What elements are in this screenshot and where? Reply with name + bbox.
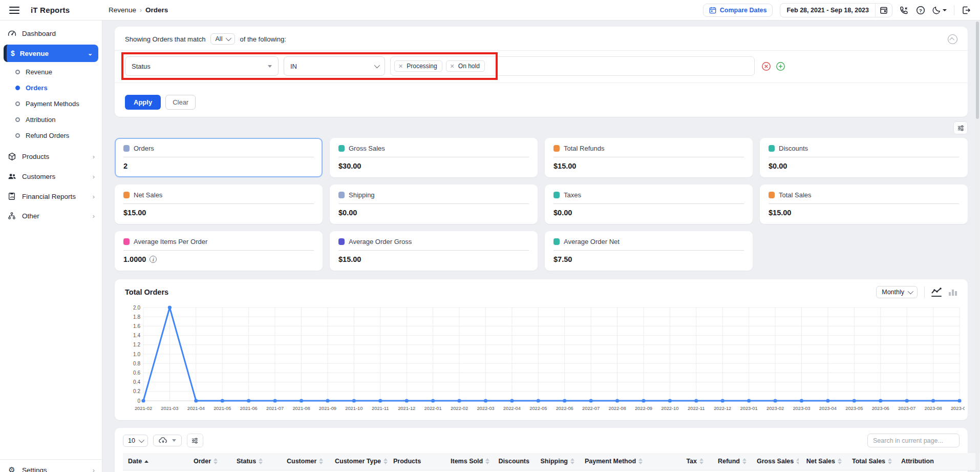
compare-dates-button[interactable]: Compare Dates — [703, 4, 773, 17]
stat-card-average-items-per-order[interactable]: Average Items Per Order1.0000i — [115, 231, 323, 271]
chevron-right-icon: › — [93, 153, 95, 160]
column-header-customer_type[interactable]: Customer Type — [330, 453, 388, 470]
svg-text:2021-02: 2021-02 — [135, 406, 152, 411]
interval-select[interactable]: Monthly — [876, 286, 918, 298]
column-header-payment_method[interactable]: Payment Method — [580, 453, 676, 470]
column-header-tax[interactable]: Tax — [676, 453, 709, 470]
calendar-icon — [709, 7, 716, 14]
stat-card-discounts[interactable]: Discounts$0.00 — [760, 138, 968, 177]
page-scrollbar[interactable] — [975, 20, 979, 472]
stat-card-gross-sales[interactable]: Gross Sales$30.00 — [330, 138, 538, 177]
bar-chart-icon — [948, 288, 957, 296]
stat-value: 2 — [123, 162, 127, 170]
stat-card-average-order-gross[interactable]: Average Order Gross$15.00 — [330, 231, 538, 271]
column-header-net_sales[interactable]: Net Sales — [799, 453, 847, 470]
stat-card-shipping[interactable]: Shipping$0.00 — [330, 184, 538, 224]
sidebar-subitem-revenue[interactable]: Revenue — [0, 64, 102, 80]
sidebar-item-label: Revenue — [20, 50, 49, 57]
cloud-download-icon — [159, 437, 167, 444]
svg-text:2022-11: 2022-11 — [688, 406, 705, 411]
svg-text:2021-07: 2021-07 — [266, 406, 284, 411]
sidebar-item-products[interactable]: Products › — [0, 147, 102, 167]
clear-button[interactable]: Clear — [165, 95, 196, 110]
column-header-gross_sales[interactable]: Gross Sales — [752, 453, 799, 470]
stat-color-dot — [553, 145, 560, 152]
remove-chip-icon[interactable]: ✕ — [450, 63, 455, 70]
sidebar-item-label: Settings — [22, 466, 47, 472]
column-header-items_sold[interactable]: Items Sold — [445, 453, 491, 470]
column-header-date[interactable]: Date — [123, 453, 188, 470]
date-range-input[interactable]: Feb 28, 2021 - Sep 18, 2023 — [780, 4, 875, 17]
column-label: Status — [237, 458, 256, 465]
interval-value: Monthly — [882, 289, 904, 296]
breadcrumb-section[interactable]: Revenue — [109, 6, 136, 14]
column-header-status[interactable]: Status — [231, 453, 282, 470]
divider — [115, 50, 968, 51]
stat-card-average-order-net[interactable]: Average Order Net$7.50 — [545, 231, 753, 271]
stat-color-dot — [769, 145, 775, 152]
table-columns-button[interactable] — [187, 434, 203, 447]
column-label: Order — [194, 458, 211, 465]
info-icon[interactable]: i — [150, 256, 157, 263]
sidebar-item-dashboard[interactable]: Dashboard — [0, 24, 102, 44]
cell-refund: $15.00 — [709, 470, 752, 472]
stats-grid: Orders2Gross Sales$30.00Total Refunds$15… — [115, 138, 968, 271]
chevron-down-icon: ⌄ — [88, 50, 93, 57]
remove-chip-icon[interactable]: ✕ — [398, 63, 403, 70]
sidebar-item-financial-reports[interactable]: Financial Reports › — [0, 187, 102, 206]
remove-filter-row-icon[interactable] — [761, 61, 771, 71]
column-header-customer[interactable]: Customer — [282, 453, 330, 470]
sidebar-subitem-refund-orders[interactable]: Refund Orders — [0, 128, 102, 143]
column-header-order[interactable]: Order — [188, 453, 231, 470]
match-type-select[interactable]: All — [210, 33, 236, 45]
apply-button[interactable]: Apply — [125, 95, 161, 110]
stat-card-total-sales[interactable]: Total Sales$15.00 — [760, 184, 968, 224]
stat-card-net-sales[interactable]: Net Sales$15.00 — [115, 184, 323, 224]
svg-text:2022-01: 2022-01 — [424, 406, 442, 411]
logout-icon[interactable] — [962, 6, 971, 15]
column-label: Gross Sales — [757, 458, 794, 465]
menu-icon[interactable] — [9, 7, 19, 14]
filter-field-select[interactable]: Status — [125, 56, 279, 76]
page-size-select[interactable]: 10 — [123, 435, 148, 447]
svg-text:2022-08: 2022-08 — [608, 406, 626, 411]
stat-card-taxes[interactable]: Taxes$0.00 — [545, 184, 753, 224]
breadcrumb: Revenue › Orders — [109, 6, 168, 14]
sidebar-subitem-attribution[interactable]: Attribution — [0, 112, 102, 128]
column-header-total_sales[interactable]: Total Sales — [847, 453, 896, 470]
bar-chart-toggle[interactable] — [948, 288, 957, 296]
stat-value: $0.00 — [338, 209, 357, 217]
sidebar-subitem-orders[interactable]: Orders — [0, 80, 102, 96]
topbar: iT Reports Revenue › Orders Compare Date… — [0, 0, 980, 20]
stat-label: Net Sales — [134, 191, 162, 199]
cell-net_sales: $0.00 — [799, 470, 847, 472]
scrollbar-thumb[interactable] — [976, 22, 979, 119]
phone-support-icon[interactable] — [900, 6, 909, 15]
sidebar-subitem-payment-methods[interactable]: Payment Methods — [0, 96, 102, 112]
export-button[interactable] — [153, 435, 182, 446]
collapse-panel-icon[interactable] — [948, 34, 957, 44]
sidebar-item-settings[interactable]: ⚙ Settings › — [0, 460, 102, 472]
dark-mode-toggle[interactable] — [932, 6, 947, 14]
sidebar-item-customers[interactable]: Customers › — [0, 167, 102, 187]
sidebar-item-other[interactable]: Other › — [0, 206, 102, 225]
cell-total_sales: $0.00 — [847, 470, 896, 472]
filter-values-input[interactable]: ✕Processing ✕On hold — [390, 56, 755, 76]
cell-customer — [282, 470, 330, 472]
sidebar-subitem-label: Payment Methods — [26, 100, 79, 108]
column-header-shipping[interactable]: Shipping — [535, 453, 580, 470]
column-label: Tax — [686, 458, 697, 465]
table-search-input[interactable] — [867, 434, 960, 447]
help-icon[interactable]: ? — [916, 6, 925, 15]
svg-text:2023-04: 2023-04 — [819, 406, 837, 411]
add-filter-row-icon[interactable] — [776, 61, 785, 71]
stats-settings-button[interactable] — [953, 121, 968, 134]
line-chart-toggle[interactable] — [931, 288, 942, 297]
sidebar-item-revenue[interactable]: $ Revenue ⌄ — [4, 45, 98, 62]
stat-card-orders[interactable]: Orders2 — [115, 138, 323, 177]
stat-card-total-refunds[interactable]: Total Refunds$15.00 — [545, 138, 753, 177]
column-label: Date — [128, 458, 142, 465]
filter-operator-select[interactable]: IN — [284, 56, 385, 76]
column-header-refund[interactable]: Refund — [709, 453, 752, 470]
calendar-picker-icon[interactable] — [875, 4, 892, 17]
